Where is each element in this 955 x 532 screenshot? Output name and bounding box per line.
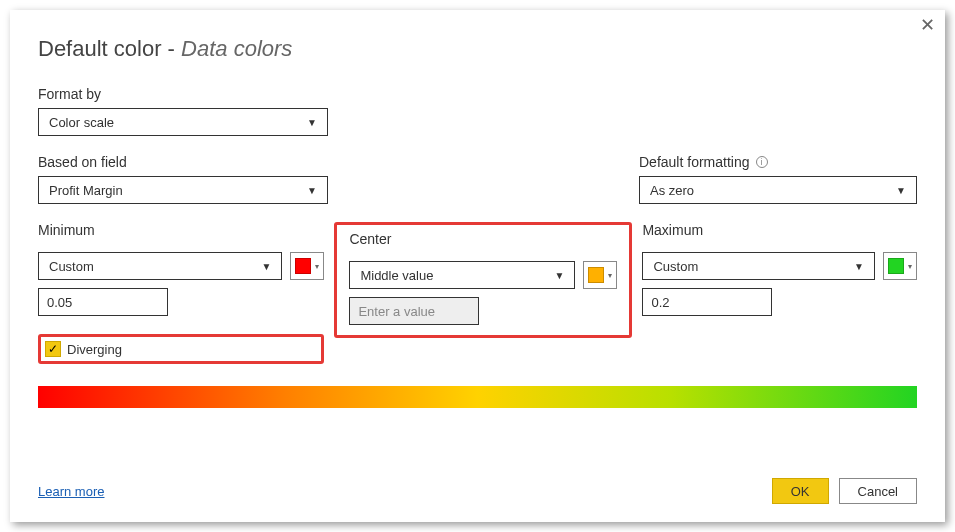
learn-more-link[interactable]: Learn more: [38, 484, 104, 499]
gradient-preview: [38, 386, 917, 408]
format-by-select[interactable]: Color scale ▼: [38, 108, 328, 136]
dialog-title: Default color - Data colors: [38, 36, 917, 62]
center-mode-select[interactable]: Middle value ▼: [349, 261, 575, 289]
diverging-highlight: ✓ Diverging: [38, 334, 324, 364]
default-formatting-label: Default formatting i: [639, 154, 917, 170]
minimum-swatch: [295, 258, 311, 274]
center-mode-value: Middle value: [360, 268, 433, 283]
title-main: Default color -: [38, 36, 181, 61]
minimum-mode-select[interactable]: Custom ▼: [38, 252, 282, 280]
center-label: Center: [349, 231, 617, 247]
chevron-down-icon: ▼: [854, 261, 864, 272]
chevron-down-icon: ▾: [315, 262, 319, 271]
chevron-down-icon: ▼: [307, 117, 317, 128]
diverging-label: Diverging: [67, 342, 122, 357]
chevron-down-icon: ▼: [307, 185, 317, 196]
maximum-label: Maximum: [642, 222, 917, 238]
color-scale-dialog: ✕ Default color - Data colors Format by …: [10, 10, 945, 522]
chevron-down-icon: ▼: [555, 270, 565, 281]
based-on-select[interactable]: Profit Margin ▼: [38, 176, 328, 204]
format-by-value: Color scale: [49, 115, 114, 130]
cancel-button[interactable]: Cancel: [839, 478, 917, 504]
chevron-down-icon: ▾: [608, 271, 612, 280]
chevron-down-icon: ▾: [908, 262, 912, 271]
maximum-mode-value: Custom: [653, 259, 698, 274]
format-by-label: Format by: [38, 86, 917, 102]
center-value-input[interactable]: Enter a value: [349, 297, 479, 325]
minimum-label: Minimum: [38, 222, 324, 238]
minimum-value-input[interactable]: 0.05: [38, 288, 168, 316]
title-sub: Data colors: [181, 36, 292, 61]
maximum-value-input[interactable]: 0.2: [642, 288, 772, 316]
center-highlight: Center Middle value ▼ ▾ Enter a value: [334, 222, 632, 338]
based-on-label: Based on field: [38, 154, 328, 170]
close-icon[interactable]: ✕: [920, 16, 935, 34]
diverging-checkbox[interactable]: ✓: [45, 341, 61, 357]
center-swatch: [588, 267, 604, 283]
minimum-mode-value: Custom: [49, 259, 94, 274]
ok-button[interactable]: OK: [772, 478, 829, 504]
based-on-value: Profit Margin: [49, 183, 123, 198]
chevron-down-icon: ▼: [896, 185, 906, 196]
maximum-mode-select[interactable]: Custom ▼: [642, 252, 875, 280]
default-formatting-value: As zero: [650, 183, 694, 198]
center-color-picker[interactable]: ▾: [583, 261, 617, 289]
default-formatting-select[interactable]: As zero ▼: [639, 176, 917, 204]
info-icon: i: [756, 156, 768, 168]
minimum-color-picker[interactable]: ▾: [290, 252, 324, 280]
maximum-swatch: [888, 258, 904, 274]
maximum-color-picker[interactable]: ▾: [883, 252, 917, 280]
chevron-down-icon: ▼: [262, 261, 272, 272]
